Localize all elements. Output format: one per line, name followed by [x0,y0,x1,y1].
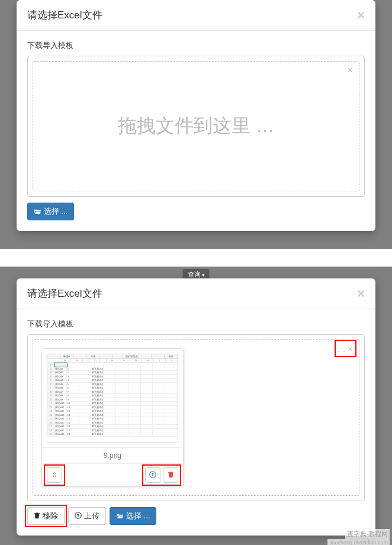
close-icon[interactable]: × [357,9,365,22]
drop-zone-placeholder: 拖拽文件到这里 … [118,113,275,139]
file-drop-zone[interactable]: . . × 新建id市场协作员姓名邮件ABCDEFGHIJ12测试id11常飞测… [33,339,359,496]
modal-body: 下载导入模板 × 拖拽文件到这里 … 选择 ... [17,31,375,231]
select-file-label: 选择 ... [44,206,68,217]
trash-icon [168,471,174,480]
upload-single-button[interactable] [145,467,160,483]
modal-title: 请选择Excel文件 [27,287,102,300]
button-row: 选择 ... [27,203,365,220]
watermark-text: 查字典·教程网 [345,529,390,539]
file-thumbnail: 新建id市场协作员姓名邮件ABCDEFGHIJ12测试id11常飞测试名称3测试… [42,349,183,447]
drag-handle-button[interactable]: ⇳ [47,467,62,483]
button-row: 移除 上传 选择 ... [27,507,365,525]
upload-arrow-icon [75,512,82,521]
file-name-label: 9.png [42,447,183,463]
watermark-url: jiaocheng.chazidian.com [327,539,390,545]
query-label: 查询 [188,270,201,279]
upload-button[interactable]: 上传 [68,507,106,525]
download-template-link[interactable]: 下载导入模板 [27,319,73,329]
folder-open-icon [34,209,41,214]
remove-label: 移除 [43,511,58,521]
download-template-link[interactable]: 下载导入模板 [27,40,73,51]
close-icon[interactable]: × [357,287,365,300]
modal-header: 请选择Excel文件 × [17,0,375,31]
file-input-wrapper: . . × 新建id市场协作员姓名邮件ABCDEFGHIJ12测试id11常飞测… [27,334,365,501]
clear-icon[interactable]: × [348,65,353,76]
chevron-down-icon: ▾ [202,272,205,278]
file-input-wrapper: × 拖拽文件到这里 … [27,56,365,197]
excel-upload-modal: 请选择Excel文件 × 下载导入模板 × 拖拽文件到这里 … 选择 ... [17,0,375,231]
screenshot-top: 请选择Excel文件 × 下载导入模板 × 拖拽文件到这里 … 选择 ... [0,0,392,249]
modal-title: 请选择Excel文件 [27,8,102,22]
remove-button[interactable]: 移除 [27,507,65,525]
modal-header: 请选择Excel文件 × [17,278,375,309]
section-gap [0,249,392,267]
folder-open-icon [116,513,124,519]
upload-label: 上传 [84,511,99,521]
clear-icon[interactable]: . . × [338,344,353,354]
spreadsheet-preview: 新建id市场协作员姓名邮件ABCDEFGHIJ12测试id11常飞测试名称3测试… [47,354,178,443]
upload-arrow-icon [149,471,156,480]
excel-upload-modal-filled: 请选择Excel文件 × 下载导入模板 . . × 新建id市场协作员姓名邮件A… [17,278,375,536]
screenshot-bottom: 查询 ▾ 请选择Excel文件 × 下载导入模板 . . × 新建id市场协作员… [0,267,392,545]
file-drop-zone[interactable]: × 拖拽文件到这里 … [33,61,359,191]
trash-icon [34,512,40,521]
select-file-label: 选择 ... [126,511,150,521]
select-file-button[interactable]: 选择 ... [110,507,156,525]
select-file-button[interactable]: 选择 ... [27,203,74,220]
modal-body: 下载导入模板 . . × 新建id市场协作员姓名邮件ABCDEFGHIJ12测试… [17,309,375,536]
file-preview: 新建id市场协作员姓名邮件ABCDEFGHIJ12测试id11常飞测试名称3测试… [41,348,184,487]
file-actions-bar: ⇳ [42,463,183,486]
drag-handle-icon: ⇳ [52,471,57,479]
delete-single-button[interactable] [163,467,178,483]
